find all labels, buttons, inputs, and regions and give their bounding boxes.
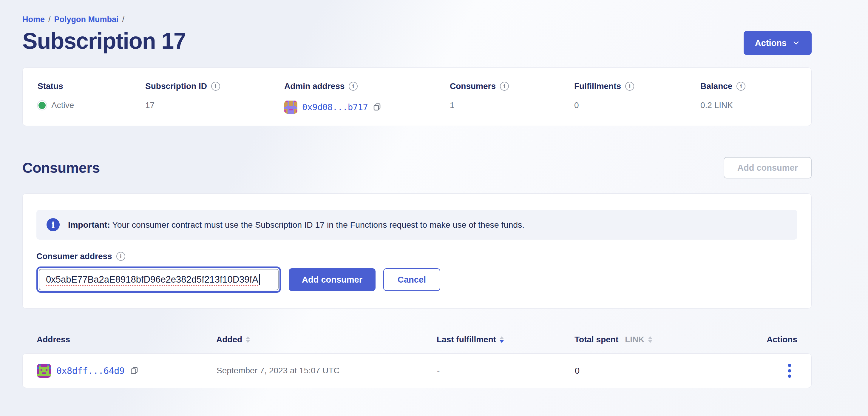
stat-balance: Balancei 0.2 LINK — [701, 82, 811, 126]
consumer-address-cell: 0x8dff...64d9 — [37, 364, 217, 378]
consumer-address-input[interactable]: 0x5abE77Ba2aE8918bfD96e2e382d5f213f10D39… — [39, 269, 279, 290]
info-icon[interactable]: i — [737, 82, 745, 91]
total-spent-unit: LINK — [625, 335, 644, 345]
stat-subscription-id-label: Subscription ID — [145, 82, 207, 91]
consumer-address-label: Consumer addressi — [36, 251, 797, 261]
breadcrumb: Home/Polygon Mumbai/ — [22, 14, 812, 25]
stat-fulfillments: Fulfillmentsi 0 — [574, 82, 701, 126]
info-icon[interactable]: i — [116, 252, 125, 261]
copy-icon — [130, 366, 139, 375]
stat-consumers: Consumersi 1 — [450, 82, 574, 126]
actions-button-label: Actions — [755, 38, 786, 48]
identicon-avatar — [37, 364, 51, 378]
info-icon[interactable]: i — [349, 82, 358, 91]
subscription-page: Home/Polygon Mumbai/ Subscription 17 Act… — [0, 0, 868, 388]
copy-address-button[interactable] — [130, 366, 139, 375]
sort-icon — [648, 336, 652, 343]
consumer-address-link[interactable]: 0x8dff...64d9 — [56, 365, 124, 376]
column-header-actions: Actions — [767, 335, 797, 345]
sort-icon-active-desc — [500, 336, 504, 343]
fulfillments-count: 0 — [574, 100, 579, 110]
add-consumer-button-disabled[interactable]: Add consumer — [724, 157, 812, 178]
stat-admin-address-label: Admin address — [284, 82, 344, 91]
consumer-table-row: 0x8dff...64d9 September 7, 2023 at 15:07… — [22, 353, 812, 388]
consumers-table-header: Address Added Last fulfillment Total spe… — [22, 335, 812, 345]
copy-address-button[interactable] — [373, 103, 381, 112]
chevron-down-icon — [792, 39, 800, 47]
subscription-stats-card: Status Active Subscription IDi 17 Admin … — [22, 67, 812, 126]
cancel-button[interactable]: Cancel — [383, 268, 440, 291]
info-circle-icon: i — [46, 218, 60, 231]
breadcrumb-separator: / — [48, 15, 51, 24]
identicon-avatar — [284, 100, 298, 114]
consumers-count: 1 — [450, 100, 455, 110]
column-header-total-spent-sort[interactable]: Total spent LINK — [575, 335, 760, 345]
info-icon[interactable]: i — [211, 82, 220, 91]
breadcrumb-home-link[interactable]: Home — [22, 15, 45, 24]
stat-subscription-id: Subscription IDi 17 — [145, 82, 284, 126]
info-icon[interactable]: i — [500, 82, 509, 91]
notice-text: Important: Your consumer contract must u… — [68, 220, 524, 230]
stat-consumers-label: Consumers — [450, 82, 496, 91]
copy-icon — [373, 103, 381, 112]
page-title: Subscription 17 — [22, 28, 186, 54]
stat-admin-address: Admin addressi — [284, 82, 450, 126]
added-date-cell: September 7, 2023 at 15:07 UTC — [217, 366, 437, 376]
column-header-address: Address — [37, 335, 216, 345]
total-spent-cell: 0 — [575, 366, 760, 376]
sort-icon — [246, 336, 250, 343]
notice-body: Your consumer contract must use the Subs… — [112, 220, 524, 230]
add-consumer-form-card: i Important: Your consumer contract must… — [22, 194, 812, 308]
important-notice-banner: i Important: Your consumer contract must… — [36, 210, 797, 240]
column-header-last-fulfillment-sort[interactable]: Last fulfillment — [437, 335, 575, 345]
consumer-address-input-wrapper: 0x5abE77Ba2aE8918bfD96e2e382d5f213f10D39… — [36, 267, 281, 293]
breadcrumb-network-link[interactable]: Polygon Mumbai — [54, 15, 119, 24]
subscription-id-value: 17 — [145, 100, 155, 110]
stat-status: Status Active — [38, 82, 145, 126]
stat-fulfillments-label: Fulfillments — [574, 82, 621, 91]
row-actions-kebab-button[interactable] — [786, 362, 793, 380]
column-header-added-sort[interactable]: Added — [216, 335, 437, 345]
info-icon[interactable]: i — [625, 82, 634, 91]
status-active-dot — [38, 101, 46, 110]
admin-address-link[interactable]: 0x9d08...b717 — [302, 102, 368, 112]
actions-dropdown-button[interactable]: Actions — [744, 31, 812, 55]
last-fulfillment-cell: - — [437, 366, 575, 376]
consumers-section-heading: Consumers — [22, 160, 100, 176]
add-consumer-submit-button[interactable]: Add consumer — [289, 268, 375, 291]
notice-emphasis: Important: — [68, 220, 110, 230]
text-cursor — [259, 274, 260, 285]
stat-balance-label: Balance — [701, 82, 732, 91]
stat-status-label: Status — [38, 82, 63, 91]
breadcrumb-separator: / — [122, 15, 125, 24]
balance-value: 0.2 LINK — [701, 100, 733, 110]
status-badge: Active — [51, 100, 74, 110]
consumer-address-value: 0x5abE77Ba2aE8918bfD96e2e382d5f213f10D39… — [46, 274, 258, 285]
